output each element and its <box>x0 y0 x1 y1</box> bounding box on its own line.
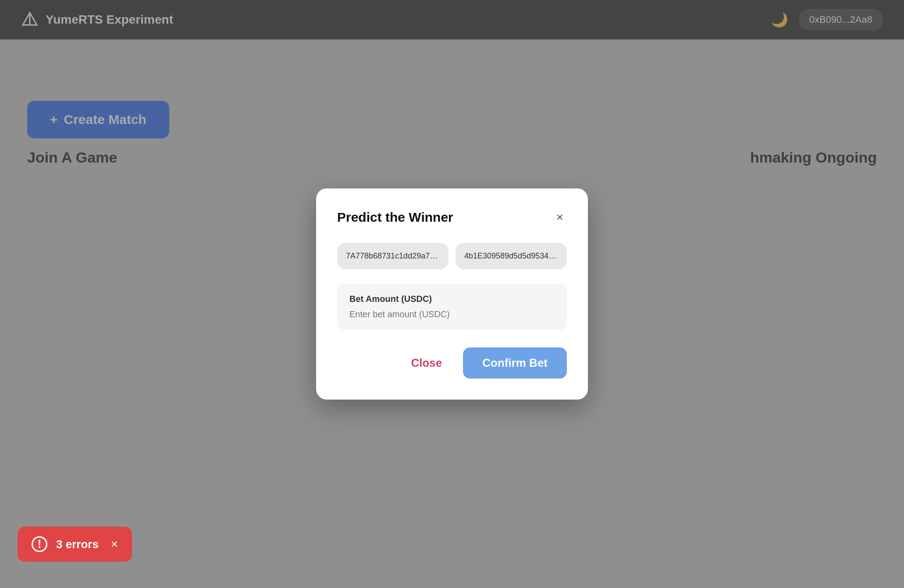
error-toast: ! 3 errors × <box>18 527 132 562</box>
modal-overlay: Predict the Winner × 7A778b68731c1dd29a7… <box>0 0 904 588</box>
error-icon: ! <box>32 536 47 552</box>
player2-option-button[interactable]: 4b1E309589d5d5d9534F38C7 <box>456 243 567 269</box>
predict-winner-modal: Predict the Winner × 7A778b68731c1dd29a7… <box>316 188 588 400</box>
bet-amount-input[interactable] <box>349 309 555 319</box>
modal-close-x-button[interactable]: × <box>553 209 567 225</box>
player1-option-button[interactable]: 7A778b68731c1dd29a70430S <box>337 243 448 269</box>
modal-footer: Close Confirm Bet <box>337 347 567 379</box>
modal-title: Predict the Winner <box>337 210 453 225</box>
error-count-label: 3 errors <box>56 538 99 551</box>
confirm-bet-button[interactable]: Confirm Bet <box>463 347 567 379</box>
player-options-row: 7A778b68731c1dd29a70430S 4b1E309589d5d5d… <box>337 243 567 269</box>
modal-close-button[interactable]: Close <box>404 351 449 375</box>
modal-header: Predict the Winner × <box>337 209 567 225</box>
bet-amount-section: Bet Amount (USDC) <box>337 283 567 330</box>
bet-amount-label: Bet Amount (USDC) <box>349 294 555 304</box>
error-toast-close-button[interactable]: × <box>111 537 118 551</box>
